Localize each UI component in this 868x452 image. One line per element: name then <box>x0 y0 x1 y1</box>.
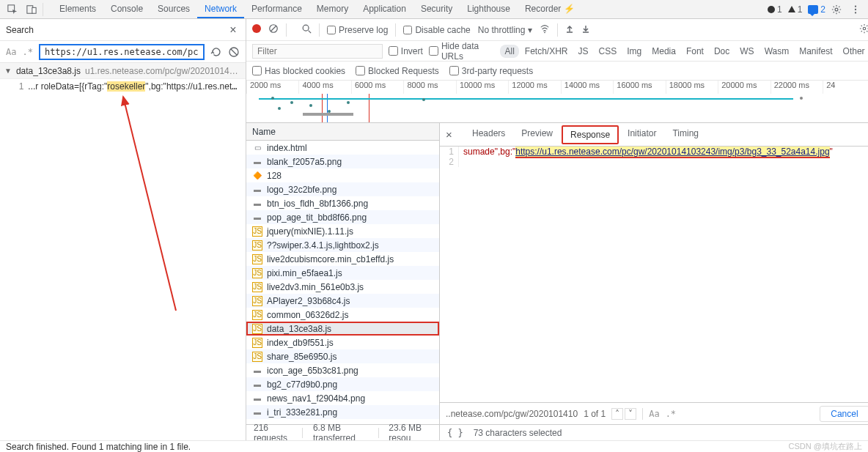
tab-performance[interactable]: Performance <box>244 0 309 18</box>
request-row[interactable]: JSindex_db9f551.js <box>246 336 439 349</box>
close-icon[interactable]: × <box>227 23 240 37</box>
tab-recorder[interactable]: Recorder ⚡ <box>518 0 582 18</box>
error-badge[interactable]: 1 <box>768 4 782 15</box>
request-row[interactable]: ▬btn_ios_fldh_8bf1366.png <box>246 196 439 210</box>
detail-tab-initiator[interactable]: Initiator <box>620 125 663 144</box>
braces-icon[interactable]: { } <box>447 428 463 438</box>
find-match-case[interactable]: Aa <box>649 409 659 419</box>
inspect-icon[interactable] <box>4 1 21 18</box>
hide-data-urls-checkbox[interactable]: Hide data URLs <box>429 41 495 62</box>
tab-security[interactable]: Security <box>413 0 460 18</box>
network-conditions-icon[interactable] <box>540 23 550 36</box>
request-name: 128 <box>267 171 282 181</box>
export-har-icon[interactable] <box>581 24 590 35</box>
refresh-icon[interactable] <box>210 46 222 58</box>
record-button[interactable] <box>252 24 261 35</box>
request-row[interactable]: JScommon_06326d2.js <box>246 308 439 322</box>
more-vert-icon[interactable] <box>847 1 864 18</box>
search-drawer-title: Search <box>6 25 34 35</box>
detail-tab-response[interactable]: Response <box>562 125 619 144</box>
request-name: live2dcubismcore.min_cb1effd.js <box>267 254 394 264</box>
request-row[interactable]: JSlive2dcubismcore.min_cb1effd.js <box>246 252 439 266</box>
search-result-line[interactable]: 1 ...r roleData=[{rTag:"rosekeller",bg:"… <box>0 79 246 94</box>
clear-log-icon[interactable] <box>268 23 279 36</box>
type-filter-font[interactable]: Font <box>682 45 708 58</box>
cancel-button[interactable]: Cancel <box>820 406 868 422</box>
request-row[interactable]: ▬logo_32c2bfe.png <box>246 182 439 196</box>
type-filter-ws[interactable]: WS <box>735 45 758 58</box>
tab-console[interactable]: Console <box>103 0 150 18</box>
filter-input[interactable] <box>252 44 383 59</box>
type-filter-img[interactable]: Img <box>622 45 646 58</box>
type-filter-media[interactable]: Media <box>647 45 680 58</box>
message-badge[interactable]: 2 <box>808 4 825 15</box>
find-count: 1 of 1 <box>584 409 606 419</box>
type-filter-fetch-xhr[interactable]: Fetch/XHR <box>521 45 573 58</box>
type-filter-js[interactable]: JS <box>574 45 593 58</box>
request-name: bg2_c77d9b0.png <box>267 379 337 390</box>
search-input[interactable] <box>39 44 205 60</box>
request-row[interactable]: JSshare_85e6950.js <box>246 349 439 363</box>
detail-tab-preview[interactable]: Preview <box>514 125 560 144</box>
request-name: index_db9f551.js <box>267 338 334 348</box>
request-row[interactable]: ▬icon_age_65b3c81.png <box>246 363 439 377</box>
request-row[interactable]: ▬news_nav1_f2904b4.png <box>246 391 439 405</box>
request-row[interactable]: 🔶128 <box>246 168 439 182</box>
invert-checkbox[interactable]: Invert <box>389 46 423 56</box>
request-row[interactable]: JSdata_13ce3a8.js <box>246 322 439 336</box>
request-row[interactable]: JSjquery(mixNIE).1.11.js <box>246 224 439 238</box>
find-next-icon[interactable]: ˅ <box>625 408 636 420</box>
request-row[interactable]: ▬pop_age_tit_bbd8f66.png <box>246 210 439 224</box>
preserve-log-checkbox[interactable]: Preserve log <box>327 25 388 35</box>
find-regex[interactable]: .* <box>666 409 676 419</box>
tab-application[interactable]: Application <box>356 0 413 18</box>
request-row[interactable]: JSlive2dv3.min_561e0b3.js <box>246 280 439 294</box>
search-icon[interactable] <box>301 23 312 36</box>
warning-badge[interactable]: 1 <box>788 4 803 15</box>
timeline-overview[interactable]: 2000 ms4000 ms6000 ms8000 ms10000 ms1200… <box>246 81 868 123</box>
request-row[interactable]: ▬bg2_c77d9b0.png <box>246 377 439 391</box>
svg-point-3 <box>835 8 838 11</box>
request-row[interactable]: JSpixi.min_e5faea1.js <box>246 266 439 280</box>
type-filter-css[interactable]: CSS <box>595 45 622 58</box>
type-filter-doc[interactable]: Doc <box>710 45 734 58</box>
blocked-requests-checkbox[interactable]: Blocked Requests <box>356 66 439 76</box>
request-name: btn_ios_fldh_8bf1366.png <box>267 199 368 209</box>
import-har-icon[interactable] <box>565 24 574 35</box>
timeline-tick: 20000 ms <box>718 81 770 94</box>
close-detail-icon[interactable]: × <box>446 128 456 141</box>
request-row[interactable]: ▬blank_f2057a5.png <box>246 155 439 168</box>
search-result-file[interactable]: ▼ data_13ce3a8.js u1.res.netease.com/pc/… <box>0 63 246 79</box>
request-row[interactable]: JS??swiper.3.4.1.js,lightbox2.js <box>246 238 439 252</box>
throttling-select[interactable]: No throttling ▾ <box>478 25 532 35</box>
tab-memory[interactable]: Memory <box>309 0 356 18</box>
name-column-header[interactable]: Name <box>246 123 439 141</box>
response-body[interactable]: 1 sumade",bg:"https://u1.res.netease.com… <box>440 147 868 402</box>
type-filter-wasm[interactable]: Wasm <box>760 45 794 58</box>
tab-lighthouse[interactable]: Lighthouse <box>460 0 518 18</box>
disable-cache-checkbox[interactable]: Disable cache <box>403 25 470 35</box>
match-case-toggle[interactable]: Aa <box>6 47 16 57</box>
third-party-checkbox[interactable]: 3rd-party requests <box>449 66 533 76</box>
detail-tab-timing[interactable]: Timing <box>665 125 706 144</box>
tab-elements[interactable]: Elements <box>52 0 103 18</box>
type-filter-all[interactable]: All <box>500 45 518 58</box>
tab-sources[interactable]: Sources <box>150 0 197 18</box>
detail-tab-headers[interactable]: Headers <box>465 125 512 144</box>
regex-toggle[interactable]: .* <box>22 47 32 57</box>
request-name: ??swiper.3.4.1.js,lightbox2.js <box>267 240 379 251</box>
find-prev-icon[interactable]: ˄ <box>611 408 623 420</box>
request-row[interactable]: ▭index.html <box>246 141 439 155</box>
has-blocked-cookies-checkbox[interactable]: Has blocked cookies <box>252 66 345 76</box>
clear-icon[interactable] <box>228 46 240 58</box>
type-filter-manifest[interactable]: Manifest <box>795 45 836 58</box>
find-query[interactable]: ..netease.com/pc/gw/20201014103243/img/p… <box>446 409 578 419</box>
request-row[interactable]: ▬i_tri_333e281.png <box>246 405 439 419</box>
device-toggle-icon[interactable] <box>23 1 40 18</box>
settings-gear-icon[interactable] <box>828 1 845 18</box>
panel-settings-gear-icon[interactable] <box>859 23 868 36</box>
type-filter-other[interactable]: Other <box>839 45 868 58</box>
tab-network[interactable]: Network <box>197 0 244 18</box>
timeline-tick: 10000 ms <box>456 81 508 94</box>
request-row[interactable]: JSAPlayer2_93b68c4.js <box>246 294 439 308</box>
